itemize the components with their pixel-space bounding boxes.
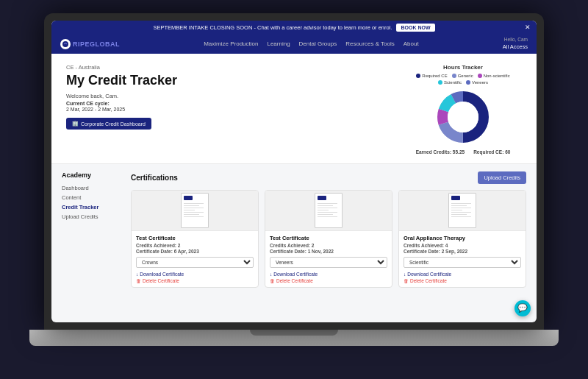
required-ce-stat: Required CE: 60 bbox=[473, 149, 510, 155]
cert-credits-0: Credits Achieved: 2 bbox=[136, 243, 254, 248]
page-title: My Credit Tracker bbox=[66, 73, 390, 89]
cert-delete-link-0[interactable]: 🗑 Delete Certificate bbox=[136, 278, 254, 283]
upload-credits-button[interactable]: Upload Credits bbox=[478, 171, 526, 184]
nav-greeting: Hello, Cam bbox=[503, 37, 528, 43]
screen-bezel: SEPTEMBER INTAKE CLOSING SOON - Chat wit… bbox=[44, 13, 544, 330]
legend-required-ce: Required CE bbox=[416, 74, 447, 78]
certs-title: Certifications bbox=[131, 174, 178, 182]
cert-line bbox=[318, 214, 333, 215]
logo-svg bbox=[62, 40, 69, 48]
cert-logo-0 bbox=[184, 196, 193, 200]
corp-dashboard-button[interactable]: 🏢 Corporate Credit Dashboard bbox=[66, 118, 151, 130]
cert-line bbox=[451, 212, 471, 213]
cert-line bbox=[451, 203, 471, 204]
certifications-area: Certifications Upload Credits bbox=[131, 171, 526, 315]
legend-dot-generic bbox=[452, 74, 456, 78]
legend-label-generic: Generic bbox=[458, 74, 473, 78]
cert-date-1: Certificate Date: 1 Nov, 2022 bbox=[270, 249, 387, 254]
nav-menu: Maximize Production Learning Dental Grou… bbox=[132, 40, 491, 47]
cert-name-1: Test Certificate bbox=[270, 235, 387, 241]
announcement-bar: SEPTEMBER INTAKE CLOSING SOON - Chat wit… bbox=[51, 21, 537, 35]
download-icon-1: ↓ bbox=[270, 272, 272, 277]
cert-card-0: Test Certificate Credits Achieved: 2 Cer… bbox=[131, 190, 259, 288]
cert-category-select-2[interactable]: Scientific bbox=[404, 257, 521, 268]
cert-delete-link-2[interactable]: 🗑 Delete Certificate bbox=[404, 278, 521, 283]
cert-line bbox=[318, 216, 337, 217]
cert-line bbox=[184, 205, 199, 206]
cert-line bbox=[451, 208, 471, 208]
cert-download-link-1[interactable]: ↓ Download Certificate bbox=[270, 272, 387, 277]
bottom-section: Academy Dashboard Content Credit Tracker… bbox=[51, 164, 537, 322]
chat-fab-button[interactable]: 💬 bbox=[514, 300, 531, 316]
nav-user: Hello, Cam All Access bbox=[503, 37, 528, 50]
cert-category-select-1[interactable]: Veneers bbox=[270, 257, 387, 268]
hours-legend: Required CE Generic Non-scientific bbox=[404, 74, 522, 85]
cert-info-2: Oral Appliance Therapy Credits Achieved:… bbox=[399, 231, 526, 287]
sidebar-item-upload-credits[interactable]: Upload Credits bbox=[62, 212, 121, 222]
hours-tracker-title: Hours Tracker bbox=[404, 64, 522, 71]
cert-credits-2: Credits Achieved: 4 bbox=[404, 243, 521, 248]
delete-icon-0: 🗑 bbox=[136, 278, 141, 283]
logo-prefix: RIPE bbox=[73, 40, 90, 48]
cert-download-link-2[interactable]: ↓ Download Certificate bbox=[404, 272, 521, 277]
sidebar-item-content[interactable]: Content bbox=[62, 193, 121, 202]
cert-line bbox=[184, 212, 204, 213]
hero-left: CE - Australia My Credit Tracker Welcome… bbox=[66, 64, 390, 155]
cert-doc-1 bbox=[315, 193, 343, 228]
sidebar-item-dashboard[interactable]: Dashboard bbox=[62, 183, 121, 193]
cert-line bbox=[451, 205, 467, 206]
nav-resources-tools[interactable]: Resources & Tools bbox=[345, 40, 395, 47]
cert-line bbox=[318, 210, 329, 210]
cert-thumbnail-0 bbox=[132, 191, 258, 231]
book-now-button[interactable]: BOOK NOW bbox=[396, 24, 434, 32]
cert-line bbox=[318, 212, 337, 213]
cert-line bbox=[318, 205, 333, 206]
cycle-label: Current CE cycle: bbox=[66, 101, 390, 106]
cert-card-1: Test Certificate Credits Achieved: 2 Cer… bbox=[265, 190, 392, 288]
delete-icon-1: 🗑 bbox=[270, 278, 275, 283]
cert-logo-1 bbox=[318, 196, 326, 200]
cert-name-2: Oral Appliance Therapy bbox=[404, 235, 521, 241]
close-announcement-icon[interactable]: ✕ bbox=[525, 24, 531, 31]
logo: RIPEGLOBAL bbox=[60, 39, 120, 49]
cert-line bbox=[184, 216, 204, 217]
cert-line bbox=[184, 214, 199, 215]
nav-dental-groups[interactable]: Dental Groups bbox=[299, 40, 337, 47]
cert-delete-link-1[interactable]: 🗑 Delete Certificate bbox=[270, 278, 387, 283]
legend-dot-required bbox=[416, 74, 420, 78]
cert-date-0: Certificate Date: 6 Apr, 2023 bbox=[136, 249, 254, 254]
legend-label-veneers: Veneers bbox=[472, 80, 488, 85]
nav-about[interactable]: About bbox=[404, 40, 419, 47]
screen-content: SEPTEMBER INTAKE CLOSING SOON - Chat wit… bbox=[51, 21, 537, 322]
cert-line bbox=[184, 203, 204, 204]
logo-text: RIPEGLOBAL bbox=[73, 40, 120, 48]
legend-veneers: Veneers bbox=[466, 80, 488, 85]
cert-date-2: Certificate Date: 2 Sep, 2022 bbox=[404, 249, 521, 254]
cert-download-link-0[interactable]: ↓ Download Certificate bbox=[136, 272, 254, 277]
cert-line bbox=[451, 214, 467, 215]
sidebar-title: Academy bbox=[62, 171, 121, 179]
download-icon-2: ↓ bbox=[404, 272, 406, 277]
hero-section: CE - Australia My Credit Tracker Welcome… bbox=[51, 54, 537, 164]
nav-maximize-production[interactable]: Maximize Production bbox=[204, 40, 258, 47]
corp-btn-icon: 🏢 bbox=[72, 121, 79, 127]
sidebar-item-credit-tracker[interactable]: Credit Tracker bbox=[62, 202, 121, 212]
cycle-date: 2 Mar, 2022 - 2 Mar, 2025 bbox=[66, 107, 390, 112]
cert-category-select-0[interactable]: Crowns bbox=[136, 257, 254, 268]
screen: SEPTEMBER INTAKE CLOSING SOON - Chat wit… bbox=[51, 21, 537, 322]
download-icon-0: ↓ bbox=[136, 272, 138, 277]
laptop-shell: SEPTEMBER INTAKE CLOSING SOON - Chat wit… bbox=[29, 13, 559, 366]
announcement-text: SEPTEMBER INTAKE CLOSING SOON - Chat wit… bbox=[153, 24, 392, 31]
logo-icon bbox=[60, 39, 71, 49]
cert-thumbnail-2 bbox=[399, 191, 526, 231]
earned-credits-label: Earned Credits: bbox=[416, 149, 451, 155]
earned-credits-value: 55.25 bbox=[453, 149, 465, 155]
donut-chart bbox=[434, 88, 492, 146]
legend-label-required: Required CE bbox=[422, 74, 447, 78]
legend-dot-scientific bbox=[438, 80, 442, 85]
cert-logo-2 bbox=[451, 196, 460, 200]
nav-learning[interactable]: Learning bbox=[267, 40, 290, 47]
legend-non-scientific: Non-scientific bbox=[478, 74, 510, 78]
laptop-notch bbox=[250, 330, 338, 336]
certs-grid: Test Certificate Credits Achieved: 2 Cer… bbox=[131, 190, 526, 288]
